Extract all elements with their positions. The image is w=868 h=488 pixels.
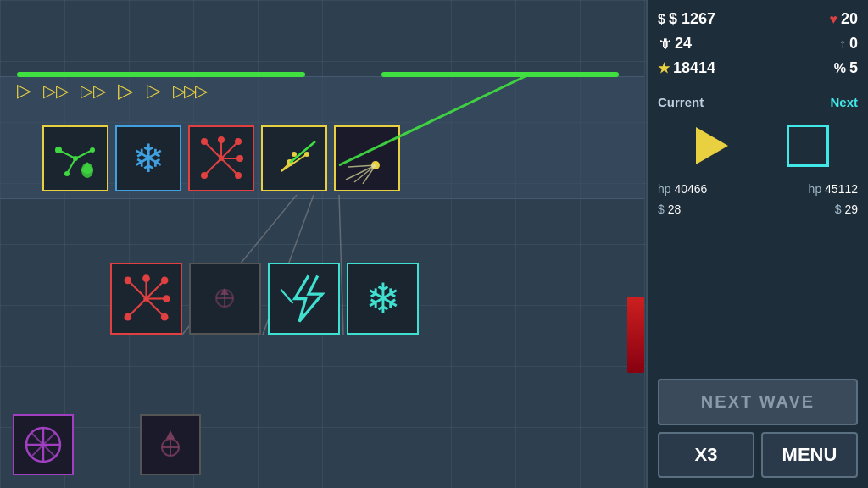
current-hp-value: 40466: [674, 182, 707, 196]
svg-point-44: [161, 313, 169, 321]
svg-point-16: [235, 172, 242, 179]
enemy-token-5: ▷: [147, 81, 161, 100]
svg-point-23: [292, 152, 297, 157]
menu-button[interactable]: MENU: [761, 432, 858, 478]
progress-bar-2: [381, 72, 619, 77]
money-value: $ 1267: [669, 10, 715, 28]
progress-bar-1: [17, 72, 305, 77]
preview-row: [658, 116, 858, 175]
current-next-labels: Current Next: [658, 95, 858, 109]
svg-point-25: [304, 152, 309, 157]
svg-line-3: [75, 150, 92, 158]
stat-row-2: 🗡 24 ↑ 0: [658, 35, 858, 53]
enemy-token-6: ▷▷▷: [173, 80, 206, 101]
hearts-value: 20: [841, 10, 858, 28]
current-cost: $ 28: [658, 202, 681, 216]
current-label: Current: [658, 95, 704, 109]
svg-marker-53: [220, 288, 229, 295]
current-hp: hp 40466: [658, 182, 707, 196]
divider-1: [658, 86, 858, 86]
spacer: [658, 223, 858, 372]
svg-point-12: [235, 138, 242, 145]
svg-point-48: [163, 295, 170, 302]
tower-multishot-red[interactable]: [188, 125, 254, 191]
tower-crosshair[interactable]: [140, 414, 201, 475]
tower-lightning[interactable]: [268, 263, 340, 335]
tower-sniper[interactable]: [261, 125, 327, 191]
stat-row-3: ★ 18414 % 5: [658, 59, 858, 77]
percent-icon: %: [834, 61, 846, 76]
game-area: ▷ ▷▷ ▷▷ ▷ ▷ ▷▷▷: [0, 0, 646, 488]
next-wave-button[interactable]: NEXT WAVE: [658, 379, 858, 425]
svg-line-41: [128, 299, 147, 318]
svg-point-18: [218, 136, 225, 143]
up-stat: ↑ 0: [839, 35, 858, 53]
hp-row: hp 40466 hp 45112: [658, 182, 858, 196]
heart-icon: ♥: [829, 12, 837, 27]
svg-point-38: [125, 277, 132, 285]
svg-point-40: [161, 277, 169, 285]
svg-point-46: [142, 274, 150, 282]
star-value: 18414: [673, 59, 715, 77]
svg-line-15: [221, 158, 238, 175]
svg-marker-63: [166, 430, 175, 439]
current-enemy-preview: [696, 127, 728, 164]
bottom-buttons: X3 MENU: [658, 432, 858, 478]
star-icon: ★: [658, 60, 670, 76]
svg-line-39: [147, 280, 165, 299]
svg-line-43: [147, 299, 165, 318]
x3-button[interactable]: X3: [658, 432, 754, 478]
enemy-token-2: ▷▷: [43, 82, 69, 99]
tower-empty-1[interactable]: [189, 263, 261, 335]
svg-line-54: [281, 290, 292, 303]
cost-row: $ 28 $ 29: [658, 202, 858, 216]
svg-point-14: [201, 172, 208, 179]
bottom-left-area: [13, 414, 74, 475]
tower-splash[interactable]: [42, 125, 108, 191]
next-label: Next: [830, 95, 858, 109]
up-value: 0: [849, 35, 858, 53]
svg-line-11: [221, 141, 238, 158]
svg-point-4: [90, 147, 95, 152]
svg-point-6: [64, 171, 70, 176]
enemy-token-4: ▷: [118, 80, 135, 101]
stat-row-1: $ $ 1267 ♥ 20: [658, 10, 858, 28]
star-stat: ★ 18414: [658, 59, 715, 77]
dollar-icon: $: [658, 12, 665, 27]
svg-point-42: [125, 313, 132, 321]
tower-freeze[interactable]: ❄: [115, 125, 181, 191]
enemy-row: ▷ ▷▷ ▷▷ ▷ ▷ ▷▷▷: [17, 80, 206, 101]
enemy-token-1: ▷: [17, 81, 31, 100]
svg-point-20: [236, 155, 243, 162]
tower-peace[interactable]: [13, 414, 74, 475]
hearts-stat: ♥ 20: [829, 10, 858, 28]
sidebar: $ $ 1267 ♥ 20 🗡 24 ↑ 0 ★ 18414 % 5 Curre: [646, 0, 868, 488]
percent-stat: % 5: [834, 59, 858, 77]
tower-multishot-red-2[interactable]: [110, 263, 182, 335]
enemy-token-3: ▷▷: [81, 82, 106, 99]
svg-line-37: [128, 280, 147, 299]
next-enemy-preview: [787, 125, 829, 167]
sword-value: 24: [675, 35, 692, 53]
sword-icon: 🗡: [658, 36, 671, 52]
tower-row-2: ❄: [110, 263, 419, 335]
up-icon: ↑: [839, 36, 846, 52]
tower-laser[interactable]: [334, 125, 400, 191]
svg-line-9: [204, 141, 221, 158]
next-hp: hp 45112: [809, 182, 858, 196]
tower-row-1: ❄: [42, 125, 400, 191]
next-hp-value: 45112: [825, 182, 858, 196]
svg-point-10: [201, 138, 208, 145]
svg-line-5: [67, 158, 75, 174]
svg-point-2: [55, 147, 62, 153]
tower-freeze-2[interactable]: ❄: [347, 263, 419, 335]
money-stat: $ $ 1267: [658, 10, 715, 28]
sword-stat: 🗡 24: [658, 35, 692, 53]
hp-bar: [627, 297, 644, 373]
next-cost: $ 29: [835, 202, 858, 216]
percent-value: 5: [849, 59, 858, 77]
next-cost-value: 29: [844, 202, 858, 216]
svg-line-13: [204, 158, 221, 175]
current-cost-value: 28: [668, 202, 682, 216]
